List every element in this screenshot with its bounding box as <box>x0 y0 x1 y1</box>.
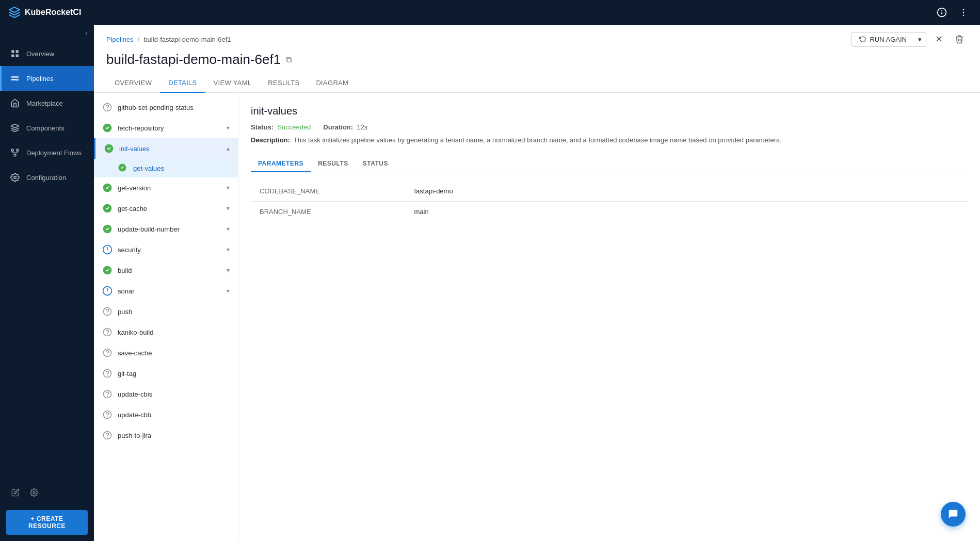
chat-icon <box>947 509 959 520</box>
configuration-icon <box>10 172 20 183</box>
step-label: security <box>118 246 141 254</box>
app-name: KubeRocketCI <box>25 8 81 17</box>
sidebar-item-overview-label: Overview <box>26 50 54 58</box>
status-label: Status: Succeeded <box>251 123 311 131</box>
step-git-tag[interactable]: git-tag <box>94 363 238 384</box>
svg-rect-7 <box>16 55 19 57</box>
step-chevron-icon: ▾ <box>227 287 230 294</box>
step-security[interactable]: security ▾ <box>94 239 238 260</box>
sidebar-item-configuration[interactable]: Configuration <box>0 165 94 190</box>
table-row: BRANCH_NAME main <box>251 201 968 222</box>
step-label: git-tag <box>118 370 136 378</box>
chat-fab[interactable] <box>941 502 966 527</box>
step-icon-success <box>102 224 113 234</box>
detail-tabs: PARAMETERS RESULTS STATUS <box>251 156 968 172</box>
main-tabs: OVERVIEW DETAILS VIEW YAML RESULTS DIAGR… <box>94 74 980 93</box>
sidebar-item-marketplace[interactable]: Marketplace <box>0 91 94 116</box>
tab-view-yaml[interactable]: VIEW YAML <box>205 74 260 93</box>
tab-details[interactable]: DETAILS <box>160 74 205 93</box>
step-label: push <box>118 308 132 316</box>
svg-point-26 <box>107 251 108 252</box>
step-icon-unknown <box>102 306 113 317</box>
svg-point-16 <box>14 176 17 179</box>
logo-icon <box>8 6 21 19</box>
step-push-to-jira[interactable]: push-to-jira <box>94 425 238 446</box>
step-icon-success <box>102 123 113 133</box>
param-key-codebase: CODEBASE_NAME <box>251 181 406 201</box>
step-label: sonar <box>118 287 135 295</box>
refresh-icon <box>859 36 866 43</box>
detail-tab-status[interactable]: STATUS <box>356 156 395 172</box>
param-value-codebase: fastapi-demo <box>406 181 968 201</box>
step-label: get-cache <box>118 205 147 212</box>
step-get-version[interactable]: get-version ▾ <box>94 177 238 198</box>
page-title: build-fastapi-demo-main-6ef1 <box>106 52 281 68</box>
step-update-cbis[interactable]: update-cbis <box>94 384 238 404</box>
step-label: github-set-pending-status <box>118 104 194 111</box>
run-again-dropdown-button[interactable]: ▾ <box>914 32 926 47</box>
detail-tab-parameters[interactable]: PARAMETERS <box>251 156 311 172</box>
info-icon[interactable] <box>934 4 950 21</box>
sidebar-item-overview[interactable]: Overview <box>0 41 94 66</box>
sidebar-item-configuration-label: Configuration <box>26 174 66 182</box>
step-chevron-icon: ▾ <box>227 184 230 191</box>
step-init-values[interactable]: init-values ▴ <box>94 138 238 159</box>
copy-icon[interactable]: ⧉ <box>286 55 292 64</box>
step-chevron-icon: ▾ <box>227 225 230 233</box>
step-chevron-icon: ▴ <box>227 145 230 152</box>
delete-button[interactable] <box>951 31 968 47</box>
step-fetch-repository[interactable]: fetch-repository ▾ <box>94 118 238 138</box>
step-icon-success <box>102 183 113 193</box>
step-label: get-version <box>118 184 151 192</box>
close-button[interactable]: ✕ <box>930 31 947 47</box>
step-icon-unknown <box>102 102 113 112</box>
svg-point-1 <box>963 9 965 10</box>
more-options-icon[interactable] <box>955 4 972 21</box>
svg-point-3 <box>963 15 965 17</box>
step-kaniko-build[interactable]: kaniko-build <box>94 322 238 342</box>
sidebar-item-pipelines-label: Pipelines <box>26 75 54 83</box>
content-area: Pipelines / build-fastapi-demo-main-6ef1… <box>94 25 980 541</box>
settings-icon[interactable] <box>27 485 41 500</box>
svg-point-10 <box>12 76 13 78</box>
run-again-button[interactable]: RUN AGAIN <box>852 32 914 47</box>
breadcrumb-pipelines-link[interactable]: Pipelines <box>106 36 134 43</box>
step-github-set-pending-status[interactable]: github-set-pending-status <box>94 97 238 118</box>
param-key-branch: BRANCH_NAME <box>251 201 406 222</box>
step-get-cache[interactable]: get-cache ▾ <box>94 198 238 219</box>
svg-rect-5 <box>16 50 19 53</box>
tab-diagram[interactable]: DIAGRAM <box>308 74 357 93</box>
svg-rect-13 <box>11 149 13 151</box>
duration-label: Duration: 12s <box>323 123 367 131</box>
sidebar-collapse-button[interactable]: ‹ <box>85 29 88 37</box>
svg-rect-6 <box>11 55 14 57</box>
step-save-cache[interactable]: save-cache <box>94 342 238 363</box>
sidebar-toggle[interactable]: ‹ <box>0 25 94 41</box>
step-update-cbb[interactable]: update-cbb <box>94 404 238 425</box>
sidebar-item-deployment-flows-label: Deployment Flows <box>26 149 82 157</box>
tab-results[interactable]: RESULTS <box>260 74 308 93</box>
topbar: KubeRocketCI <box>0 0 980 25</box>
sidebar-item-components[interactable]: Components <box>0 116 94 140</box>
step-icon-unknown <box>102 327 113 337</box>
sidebar-item-pipelines[interactable]: Pipelines <box>0 66 94 91</box>
create-resource-button[interactable]: + CREATE RESOURCE <box>6 510 88 535</box>
detail-tab-results[interactable]: RESULTS <box>311 156 356 172</box>
run-again-group: RUN AGAIN ▾ <box>852 32 926 47</box>
sidebar-item-deployment-flows[interactable]: Deployment Flows <box>0 140 94 165</box>
tab-overview[interactable]: OVERVIEW <box>106 74 160 93</box>
deployment-flows-icon <box>10 147 20 158</box>
step-build[interactable]: build ▾ <box>94 260 238 281</box>
step-label: update-cbis <box>118 390 152 398</box>
step-sonar[interactable]: sonar ▾ <box>94 281 238 301</box>
edit-icon[interactable] <box>8 485 23 500</box>
sub-step-get-values[interactable]: get-values <box>94 159 238 177</box>
svg-rect-15 <box>14 154 16 156</box>
sub-step-label: get-values <box>133 165 164 172</box>
step-update-build-number[interactable]: update-build-number ▾ <box>94 219 238 239</box>
step-push[interactable]: push <box>94 301 238 322</box>
step-label: kaniko-build <box>118 329 153 336</box>
marketplace-icon <box>10 98 20 108</box>
create-resource-label: + CREATE RESOURCE <box>13 515 81 530</box>
step-label: build <box>118 267 132 274</box>
